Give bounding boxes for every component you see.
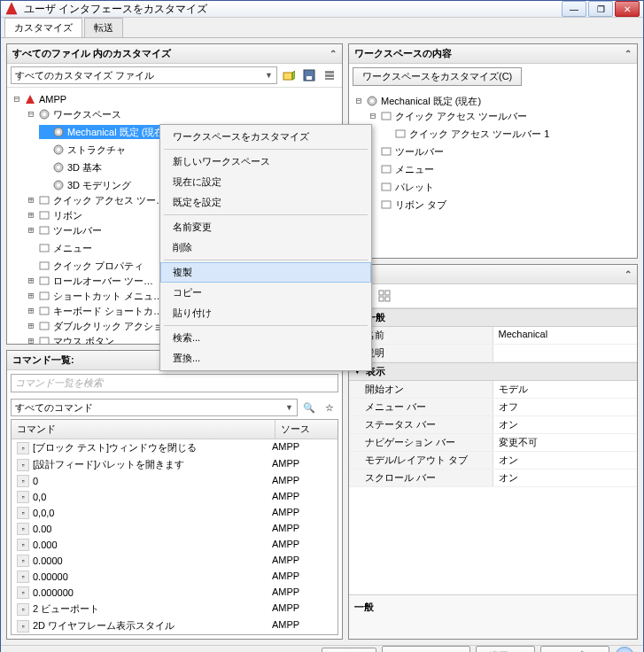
context-menu-item[interactable]: 既定を設定 <box>160 192 371 213</box>
command-icon: ▫ <box>17 523 29 535</box>
tree-icon <box>38 108 50 120</box>
alpha-sort-icon[interactable] <box>376 287 393 305</box>
ws-tree-item[interactable]: ツールバー <box>367 144 446 159</box>
property-value[interactable]: Mechanical <box>493 327 638 344</box>
property-row[interactable]: 開始オンモデル <box>349 381 637 399</box>
cui-filter-dropdown[interactable]: すべてのカスタマイズ ファイル ▼ <box>11 66 277 84</box>
apply-button[interactable]: 適用(A) <box>476 646 535 652</box>
property-value[interactable] <box>493 345 638 361</box>
tree-ws-item[interactable]: Mechanical 既定 (現在) <box>39 125 169 139</box>
col-source[interactable]: ソース <box>275 420 338 439</box>
command-row[interactable]: ▫0.00000AMPP <box>12 569 338 585</box>
context-menu-item[interactable]: 新しいワークスペース <box>160 151 371 172</box>
collapse-icon[interactable]: ⌃ <box>625 269 632 279</box>
find-icon[interactable]: 🔍 <box>300 399 318 416</box>
tree-icon <box>52 161 65 174</box>
property-description: 一般 <box>349 594 637 639</box>
property-row[interactable]: スクロール バーオン <box>349 470 637 487</box>
tree-item[interactable]: ⊞ダブルクリック アクショ… <box>25 319 175 333</box>
cancel-button[interactable]: キャンセル(C) <box>382 646 470 652</box>
context-menu-item[interactable]: コピー <box>160 283 371 303</box>
property-value[interactable]: モデル <box>493 381 638 398</box>
collapse-icon[interactable]: ⌃ <box>330 49 337 58</box>
maximize-button[interactable]: ❐ <box>588 1 613 17</box>
context-menu-item[interactable]: ワークスペースをカスタマイズ <box>160 127 371 147</box>
help-button[interactable]: ヘルプ(H) <box>540 646 609 652</box>
ws-tree[interactable]: ⊟Mechanical 既定 (現在)⊟クイック アクセス ツールバークイック … <box>349 89 637 258</box>
close-button[interactable]: ✕ <box>615 1 640 17</box>
command-row[interactable]: ▫0.000AMPP <box>12 537 338 553</box>
collapse-icon[interactable]: ⌃ <box>625 49 632 58</box>
property-value[interactable]: オン <box>493 452 638 469</box>
save-icon[interactable] <box>300 66 318 84</box>
tree-root[interactable]: ⊟AMPP <box>11 92 68 106</box>
col-command[interactable]: コマンド <box>12 420 275 439</box>
property-row[interactable]: 名前Mechanical <box>349 327 637 345</box>
command-name: [ブロック テスト]ウィンドウを閉じる <box>33 441 197 454</box>
tree-item[interactable]: ⊞クイック アクセス ツー… <box>25 193 167 207</box>
ws-tree-item[interactable]: パレット <box>367 180 436 194</box>
tree-item[interactable]: メニュー <box>25 241 94 255</box>
tree-item[interactable]: ⊞ロールオーバー ツー… <box>25 274 155 288</box>
tree-workspace[interactable]: ⊟ワークスペース <box>25 107 123 121</box>
command-row[interactable]: ▫0,0AMPP <box>12 489 338 505</box>
props-section-general[interactable]: ▾ 一般 <box>349 308 637 327</box>
open-file-icon[interactable] <box>280 66 298 84</box>
command-filter-dropdown[interactable]: すべてのコマンド ▼ <box>11 399 298 416</box>
command-row[interactable]: ▫0.00AMPP <box>12 521 338 537</box>
customize-workspace-button[interactable]: ワークスペースをカスタマイズ(C) <box>353 67 522 86</box>
tree-item[interactable]: ⊞ツールバー <box>25 223 104 237</box>
tree-ws-item[interactable]: 3D モデリング <box>39 178 133 192</box>
tree-icon <box>38 260 50 272</box>
ws-tree-item[interactable]: メニュー <box>367 162 436 176</box>
property-row[interactable]: メニュー バーオフ <box>349 399 637 416</box>
command-search-input[interactable]: コマンド一覧を検索 <box>11 374 338 392</box>
command-name: 0 <box>33 476 38 486</box>
property-value[interactable]: オン <box>493 416 638 433</box>
props-section-display[interactable]: ▾ 表示 <box>349 362 637 381</box>
ws-tree-item[interactable]: リボン タブ <box>367 198 448 212</box>
command-row[interactable]: ▫0.0000AMPP <box>12 553 338 569</box>
command-row[interactable]: ▫0.000000AMPP <box>12 585 338 601</box>
command-row[interactable]: ▫[ブロック テスト]ウィンドウを閉じるAMPP <box>12 439 338 456</box>
property-value[interactable]: オフ <box>493 399 638 415</box>
help-icon[interactable]: ? <box>615 647 634 653</box>
property-row[interactable]: 説明 <box>349 345 637 362</box>
command-row[interactable]: ▫2 ビューポートAMPP <box>12 601 338 617</box>
context-menu-item[interactable]: 現在に設定 <box>160 172 371 192</box>
ws-tree-qat[interactable]: ⊟クイック アクセス ツールバー <box>367 109 529 123</box>
context-menu-item[interactable]: 名前変更 <box>160 217 371 237</box>
command-row[interactable]: ▫0,0,0AMPP <box>12 505 338 521</box>
tree-item[interactable]: ⊞リボン <box>25 208 84 222</box>
tab-customize[interactable]: カスタマイズ <box>4 18 82 37</box>
tree-label: ツールバー <box>395 144 444 159</box>
property-value[interactable]: 変更不可 <box>493 434 638 451</box>
ws-tree-qat-item[interactable]: クイック アクセス ツールバー 1 <box>381 127 551 141</box>
command-row[interactable]: ▫0AMPP <box>12 473 338 489</box>
property-row[interactable]: ナビゲーション バー変更不可 <box>349 434 637 452</box>
minimize-button[interactable]: — <box>562 1 586 17</box>
context-menu-item[interactable]: 削除 <box>160 237 371 258</box>
property-row[interactable]: モデル/レイアウト タブオン <box>349 452 637 470</box>
command-row[interactable]: ▫2D ワイヤフレーム表示スタイルAMPP <box>12 617 338 634</box>
tab-transfer[interactable]: 転送 <box>84 18 123 37</box>
command-row[interactable]: ▫[設計フィード]パレットを開きますAMPP <box>12 456 338 473</box>
panel-menu-icon[interactable] <box>321 66 338 84</box>
ok-button[interactable]: OK(O) <box>322 648 376 653</box>
property-value[interactable]: オン <box>493 470 638 486</box>
tree-item[interactable]: クイック プロパティ <box>25 259 145 273</box>
tree-ws-item[interactable]: 3D 基本 <box>39 160 104 175</box>
context-menu-item[interactable]: 貼り付け <box>160 303 371 323</box>
tree-label: メニュー <box>395 162 434 176</box>
context-menu-item[interactable]: 複製 <box>160 262 371 283</box>
command-icon: ▫ <box>17 586 29 599</box>
tree-item[interactable]: ⊞ショートカット メニュ… <box>25 289 165 303</box>
tree-item[interactable]: ⊞キーボード ショートカ… <box>25 304 165 318</box>
favorite-icon[interactable]: ☆ <box>321 399 338 416</box>
tree-item[interactable]: ⊞マウス ボタン <box>25 334 116 344</box>
property-row[interactable]: ステータス バーオン <box>349 416 637 434</box>
tree-ws-item[interactable]: ストラクチャ <box>39 143 128 157</box>
context-menu-item[interactable]: 検索... <box>160 328 371 348</box>
context-menu-item[interactable]: 置換... <box>160 348 371 369</box>
ws-tree-root[interactable]: ⊟Mechanical 既定 (現在) <box>353 94 483 108</box>
